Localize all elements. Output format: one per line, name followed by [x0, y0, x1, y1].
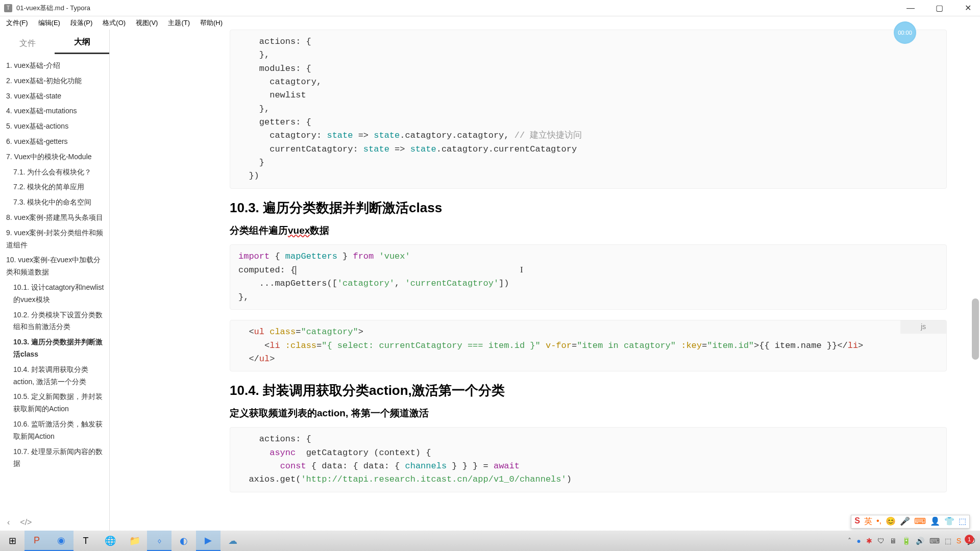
tray-chevron-icon[interactable]: ˄ — [848, 537, 851, 545]
outline-item[interactable]: 10.1. 设计catagtory和newlist的vuex模块 — [4, 280, 107, 308]
menu-format[interactable]: 格式(O) — [99, 17, 130, 29]
ime-toolbar[interactable]: S英•,😊🎤⌨👤👕⬚ — [851, 515, 970, 529]
menu-edit[interactable]: 编辑(E) — [34, 17, 64, 29]
tab-outline[interactable]: 大纲 — [55, 31, 109, 54]
taskbar-app2[interactable]: ◐ — [172, 531, 196, 551]
menu-help[interactable]: 帮助(H) — [196, 17, 227, 29]
outline-item[interactable]: 2. vuex基础-初始化功能 — [4, 73, 107, 89]
outline-item[interactable]: 10.6. 监听激活分类，触发获取新闻Action — [4, 417, 107, 444]
outline-item[interactable]: 10.4. 封装调用获取分类action, 激活第一个分类 — [4, 362, 107, 390]
editor-content[interactable]: actions: { }, modules: { catagtory, newl… — [110, 30, 980, 531]
close-button[interactable]: ✕ — [960, 2, 976, 14]
taskbar-powerpoint[interactable]: P — [24, 531, 49, 551]
sidebar-toggle-icon[interactable]: ‹ — [7, 518, 10, 527]
outline-item[interactable]: 10.3. 遍历分类数据并判断激活class — [4, 335, 107, 362]
taskbar: ⊞ P ◉ T 🌐 📁 ⬨ ◐ ▶ ☁ ˄ ● ✱ 🛡 🖥 🔋 🔊 ⌨ ⬚ S … — [0, 531, 980, 551]
code-block-store[interactable]: actions: { }, modules: { catagtory, newl… — [230, 30, 947, 189]
tray-keyboard-icon[interactable]: ⌨ — [929, 537, 940, 545]
source-mode-icon[interactable]: </> — [20, 518, 32, 527]
window-title: 01-vuex基础.md - Typora — [16, 4, 902, 13]
menu-bar: 文件(F) 编辑(E) 段落(P) 格式(O) 视图(V) 主题(T) 帮助(H… — [0, 16, 980, 30]
minimize-button[interactable]: — — [902, 2, 919, 14]
tab-files[interactable]: 文件 — [0, 32, 55, 54]
outline-item[interactable]: 10.2. 分类模块下设置分类数组和当前激活分类 — [4, 308, 107, 335]
scrollbar[interactable] — [972, 298, 979, 360]
outline-item[interactable]: 10.5. 定义新闻数据，并封装获取新闻的Action — [4, 389, 107, 417]
outline-list: 1. vuex基础-介绍2. vuex基础-初始化功能3. vuex基础-sta… — [0, 54, 109, 514]
maximize-button[interactable]: ▢ — [931, 2, 947, 14]
outline-item[interactable]: 10.7. 处理显示新闻内容的数据 — [4, 444, 107, 472]
outline-item[interactable]: 1. vuex基础-介绍 — [4, 58, 107, 73]
taskbar-app1[interactable]: ◉ — [49, 531, 74, 551]
subheading-10-4: 定义获取频道列表的action, 将第一个频道激活 — [230, 407, 947, 420]
menu-view[interactable]: 视图(V) — [132, 17, 162, 29]
code-block-actions[interactable]: actions: { async getCatagtory (context) … — [230, 427, 947, 492]
outline-item[interactable]: 9. vuex案例-封装分类组件和频道组件 — [4, 226, 107, 253]
outline-item[interactable]: 6. vuex基础-getters — [4, 134, 107, 149]
taskbar-vscode[interactable]: ⬨ — [147, 531, 172, 551]
taskbar-app3[interactable]: ☁ — [220, 531, 245, 551]
code-block-computed[interactable]: import { mapGetters } from 'vuex' comput… — [230, 244, 947, 310]
outline-item[interactable]: 7.1. 为什么会有模块化？ — [4, 165, 107, 180]
tray-icon[interactable]: S — [957, 537, 961, 545]
tray-icon[interactable]: ✱ — [866, 537, 872, 545]
app-icon: T — [4, 4, 12, 12]
taskbar-explorer[interactable]: 📁 — [122, 531, 147, 551]
tray-icon[interactable]: ● — [856, 537, 861, 545]
tray-battery-icon[interactable]: 🔋 — [902, 537, 911, 545]
menu-file[interactable]: 文件(F) — [2, 17, 32, 29]
tray-notifications-icon[interactable]: 💬1 — [966, 537, 975, 545]
outline-item[interactable]: 4. vuex基础-mutations — [4, 104, 107, 119]
tray-icon[interactable]: ⬚ — [945, 537, 951, 545]
heading-10-3: 10.3. 遍历分类数据并判断激活class — [230, 199, 947, 217]
outline-item[interactable]: 7.3. 模块化中的命名空间 — [4, 195, 107, 210]
code-lang-tag: js — [900, 320, 946, 334]
timer-widget[interactable]: 00:00 — [894, 21, 916, 44]
tray-icon[interactable]: 🛡 — [877, 537, 885, 545]
tray-icon[interactable]: 🖥 — [890, 537, 897, 545]
start-button[interactable]: ⊞ — [0, 531, 24, 551]
heading-10-4: 10.4. 封装调用获取分类action,激活第一个分类 — [230, 382, 947, 399]
tray-volume-icon[interactable]: 🔊 — [916, 537, 924, 545]
text-cursor — [296, 266, 296, 275]
taskbar-powershell[interactable]: ▶ — [196, 531, 220, 551]
system-tray[interactable]: ˄ ● ✱ 🛡 🖥 🔋 🔊 ⌨ ⬚ S 💬1 — [848, 537, 980, 545]
subheading-10-3: 分类组件遍历vuex数据 — [230, 224, 947, 237]
outline-item[interactable]: 5. vuex基础-actions — [4, 119, 107, 134]
outline-item[interactable]: 7. Vuex中的模块化-Module — [4, 149, 107, 165]
code-block-template[interactable]: js <ul class="catagtory"> <li :class="{ … — [230, 320, 947, 371]
taskbar-typora[interactable]: T — [74, 531, 98, 551]
outline-item[interactable]: 3. vuex基础-state — [4, 89, 107, 104]
outline-item[interactable]: 10. vuex案例-在vuex中加载分类和频道数据 — [4, 253, 107, 280]
outline-item[interactable]: 8. vuex案例-搭建黑马头条项目 — [4, 210, 107, 226]
menu-theme[interactable]: 主题(T) — [164, 17, 194, 29]
outline-item[interactable]: 7.2. 模块化的简单应用 — [4, 180, 107, 195]
taskbar-chrome[interactable]: 🌐 — [98, 531, 122, 551]
menu-paragraph[interactable]: 段落(P) — [66, 17, 96, 29]
